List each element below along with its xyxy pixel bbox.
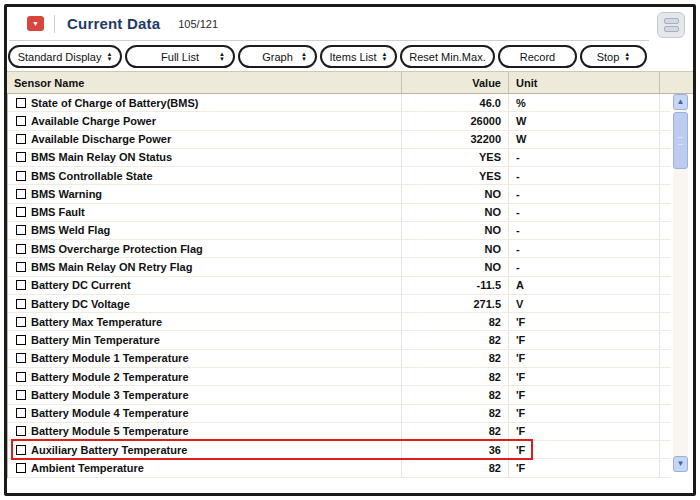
row-checkbox[interactable] — [16, 244, 26, 254]
sensor-name: Available Charge Power — [31, 115, 156, 127]
row-checkbox[interactable] — [16, 98, 26, 108]
table-row[interactable]: Battery DC Current -11.5 A — [8, 277, 671, 295]
updown-arrows-icon: ▲▼ — [624, 52, 630, 62]
row-checkbox[interactable] — [16, 408, 26, 418]
scroll-up-icon[interactable]: ▲ — [673, 94, 688, 110]
sensor-value: NO — [402, 222, 509, 239]
row-spacer — [660, 204, 671, 221]
button-label: Reset Min.Max. — [409, 51, 485, 63]
grid-body: State of Charge of Battery(BMS) 46.0 % A… — [7, 94, 671, 478]
table-row[interactable]: Available Charge Power 26000 W — [8, 112, 671, 130]
sensor-value: NO — [402, 204, 509, 221]
toolbar-button-stop[interactable]: Stop ▲▼ — [580, 45, 647, 68]
sensor-unit: - — [509, 167, 660, 184]
table-row[interactable]: State of Charge of Battery(BMS) 46.0 % — [8, 94, 671, 112]
table-row[interactable]: Battery Module 2 Temperature 82 'F — [8, 368, 671, 386]
row-checkbox[interactable] — [16, 116, 26, 126]
sensor-value: 82 — [402, 368, 509, 385]
row-checkbox[interactable] — [16, 372, 26, 382]
title-bar: ▼ Current Data 105/121 — [7, 7, 693, 40]
table-row[interactable]: Battery Max Temperature 82 'F — [8, 313, 671, 331]
toolbar-button-standard-display[interactable]: Standard Display ▲▼ — [8, 45, 122, 68]
toolbar-button-full-list[interactable]: Full List ▲▼ — [125, 45, 235, 68]
sensor-name: Battery Module 1 Temperature — [31, 352, 189, 364]
row-spacer — [660, 277, 671, 294]
panel-bar-icon — [664, 18, 679, 24]
sensor-value: 271.5 — [402, 295, 509, 312]
table-row[interactable]: Battery DC Voltage 271.5 V — [8, 295, 671, 313]
table-row[interactable]: Battery Module 4 Temperature 82 'F — [8, 405, 671, 423]
row-spacer — [660, 149, 671, 166]
row-checkbox[interactable] — [16, 299, 26, 309]
toolbar: Standard Display ▲▼ Full List ▲▼ Graph ▲… — [8, 45, 647, 68]
sensor-name: BMS Warning — [31, 188, 102, 200]
table-row[interactable]: BMS Main Relay ON Status YES - — [8, 149, 671, 167]
sensor-value: YES — [402, 149, 509, 166]
row-spacer — [660, 112, 671, 129]
row-checkbox[interactable] — [16, 390, 26, 400]
scrollbar-thumb[interactable] — [673, 112, 688, 169]
sensor-unit: 'F — [509, 350, 660, 367]
sensor-value: NO — [402, 185, 509, 202]
toolbar-button-reset-min-max[interactable]: Reset Min.Max. ▲▼ — [400, 45, 495, 68]
row-checkbox[interactable] — [16, 189, 26, 199]
table-row[interactable]: Available Discharge Power 32200 W — [8, 131, 671, 149]
panel-bar-icon — [664, 26, 679, 32]
row-spacer — [660, 405, 671, 422]
button-label: Record — [520, 51, 555, 63]
table-row[interactable]: BMS Fault NO - — [8, 204, 671, 222]
table-row[interactable]: Battery Module 5 Temperature 82 'F — [8, 423, 671, 441]
sensor-unit: - — [509, 149, 660, 166]
sensor-unit: W — [509, 131, 660, 148]
column-header-spacer — [660, 72, 693, 93]
scroll-down-icon[interactable]: ▼ — [673, 456, 688, 472]
table-row[interactable]: Ambient Temperature 82 'F — [8, 459, 671, 477]
table-row[interactable]: BMS Main Relay ON Retry Flag NO - — [8, 258, 671, 276]
table-row[interactable]: BMS Controllable State YES - — [8, 167, 671, 185]
sensor-name: Ambient Temperature — [31, 462, 144, 474]
toolbar-button-items-list[interactable]: Items List ▲▼ — [320, 45, 397, 68]
row-checkbox[interactable] — [16, 335, 26, 345]
row-checkbox[interactable] — [16, 152, 26, 162]
row-checkbox[interactable] — [16, 225, 26, 235]
red-dropdown-icon[interactable]: ▼ — [27, 16, 44, 31]
sensor-unit: - — [509, 240, 660, 257]
sensor-value: 36 — [402, 441, 509, 458]
table-row[interactable]: BMS Weld Flag NO - — [8, 222, 671, 240]
row-checkbox[interactable] — [16, 207, 26, 217]
toolbar-button-record[interactable]: Record ▲▼ — [498, 45, 577, 68]
row-spacer — [660, 459, 671, 476]
row-checkbox[interactable] — [16, 317, 26, 327]
row-spacer — [660, 368, 671, 385]
table-row[interactable]: Battery Module 1 Temperature 82 'F — [8, 350, 671, 368]
row-checkbox[interactable] — [16, 353, 26, 363]
sensor-unit: - — [509, 258, 660, 275]
row-checkbox[interactable] — [16, 262, 26, 272]
sensor-name: Battery Max Temperature — [31, 316, 162, 328]
sensor-name: Battery Min Temperature — [31, 334, 160, 346]
button-label: Standard Display — [18, 51, 102, 63]
row-checkbox[interactable] — [16, 134, 26, 144]
sensor-unit: 'F — [509, 459, 660, 476]
row-checkbox[interactable] — [16, 426, 26, 436]
layout-panels-icon[interactable] — [657, 12, 685, 38]
sensor-name: Battery Module 5 Temperature — [31, 425, 189, 437]
updown-arrows-icon: ▲▼ — [382, 52, 388, 62]
row-checkbox[interactable] — [16, 445, 26, 455]
sensor-unit: A — [509, 277, 660, 294]
table-row[interactable]: Battery Min Temperature 82 'F — [8, 331, 671, 349]
table-row[interactable]: BMS Overcharge Protection Flag NO - — [8, 240, 671, 258]
row-checkbox[interactable] — [16, 280, 26, 290]
sensor-value: 26000 — [402, 112, 509, 129]
toolbar-button-graph[interactable]: Graph ▲▼ — [238, 45, 317, 68]
table-row[interactable]: Auxiliary Battery Temperature 36 'F — [8, 441, 671, 459]
vertical-scrollbar[interactable]: ▲ ▼ — [673, 94, 688, 472]
table-row[interactable]: BMS Warning NO - — [8, 185, 671, 203]
sensor-name: BMS Overcharge Protection Flag — [31, 243, 203, 255]
row-checkbox[interactable] — [16, 463, 26, 473]
sensor-name: Battery DC Voltage — [31, 298, 130, 310]
table-row[interactable]: Battery Module 3 Temperature 82 'F — [8, 386, 671, 404]
button-label: Full List — [161, 51, 199, 63]
row-checkbox[interactable] — [16, 171, 26, 181]
sensor-name: Battery Module 2 Temperature — [31, 371, 189, 383]
